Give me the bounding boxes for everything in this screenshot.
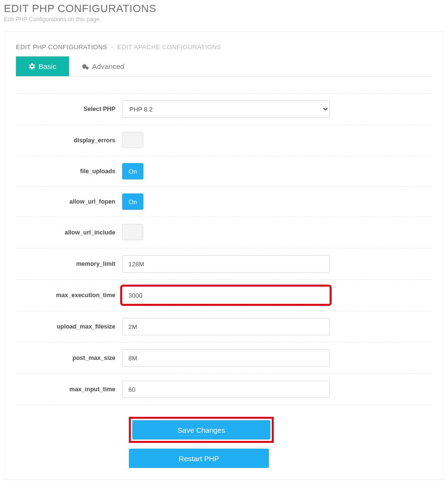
label-upload-max-filesize: upload_max_filesize: [16, 323, 122, 330]
input-max-input-time[interactable]: [122, 381, 330, 398]
row-upload-max-filesize: upload_max_filesize: [16, 311, 432, 343]
toggle-file-uploads[interactable]: On: [122, 163, 143, 179]
row-file-uploads: file_uploads On: [16, 156, 432, 187]
label-file-uploads: file_uploads: [16, 168, 122, 175]
breadcrumb-link-apache[interactable]: EDIT APACHE CONFIGURATIONS: [117, 43, 222, 51]
form-actions: Save Changes Restart PHP: [16, 405, 277, 468]
tab-basic-label: Basic: [39, 62, 56, 70]
input-max-execution-time[interactable]: [122, 287, 330, 304]
label-max-input-time: max_input_time: [16, 386, 122, 393]
highlight-save: Save Changes: [129, 417, 274, 443]
toggle-display-errors[interactable]: [122, 132, 143, 148]
label-max-execution-time: max_execution_time: [16, 292, 122, 299]
input-upload-max-filesize[interactable]: [122, 318, 330, 335]
gear-icon: [28, 63, 36, 70]
label-memory-limit: memory_limit: [16, 261, 122, 267]
row-max-input-time: max_input_time: [16, 374, 432, 405]
label-allow-url-fopen: allow_url_fopen: [16, 198, 122, 205]
row-select-php: Select PHP PHP 8.2: [16, 93, 432, 125]
config-panel: EDIT PHP CONFIGURATIONS - EDIT APACHE CO…: [4, 31, 444, 480]
gears-icon: [82, 63, 89, 70]
save-button[interactable]: Save Changes: [132, 420, 270, 439]
tab-advanced-label: Advanced: [92, 62, 125, 70]
breadcrumb: EDIT PHP CONFIGURATIONS - EDIT APACHE CO…: [16, 43, 432, 51]
row-memory-limit: memory_limit: [16, 248, 432, 280]
label-allow-url-include: allow_url_include: [16, 229, 122, 236]
row-allow-url-fopen: allow_url_fopen On: [16, 187, 432, 217]
input-memory-limit[interactable]: [122, 255, 330, 273]
toggle-allow-url-include[interactable]: [122, 224, 143, 240]
row-allow-url-include: allow_url_include: [16, 217, 432, 248]
breadcrumb-separator: -: [109, 43, 115, 51]
page-subtitle: Edit PHP Configurations on this page.: [4, 16, 444, 23]
form-area: Select PHP PHP 8.2 display_errors file_u…: [16, 77, 432, 468]
row-max-execution-time: max_execution_time: [16, 280, 432, 311]
tab-advanced[interactable]: Advanced: [69, 56, 137, 76]
breadcrumb-current: EDIT PHP CONFIGURATIONS: [16, 43, 107, 51]
row-post-max-size: post_max_size: [16, 343, 432, 374]
label-post-max-size: post_max_size: [16, 355, 122, 361]
tab-basic[interactable]: Basic: [16, 56, 69, 76]
label-display-errors: display_errors: [16, 137, 122, 144]
row-display-errors: display_errors: [16, 125, 432, 156]
page-title: EDIT PHP CONFIGURATIONS: [4, 2, 444, 15]
input-post-max-size[interactable]: [122, 349, 330, 367]
select-php-dropdown[interactable]: PHP 8.2: [122, 100, 330, 118]
toggle-allow-url-fopen[interactable]: On: [122, 193, 143, 210]
label-select-php: Select PHP: [16, 106, 122, 112]
tabs: Basic Advanced: [16, 56, 432, 77]
restart-php-button[interactable]: Restart PHP: [129, 449, 269, 468]
